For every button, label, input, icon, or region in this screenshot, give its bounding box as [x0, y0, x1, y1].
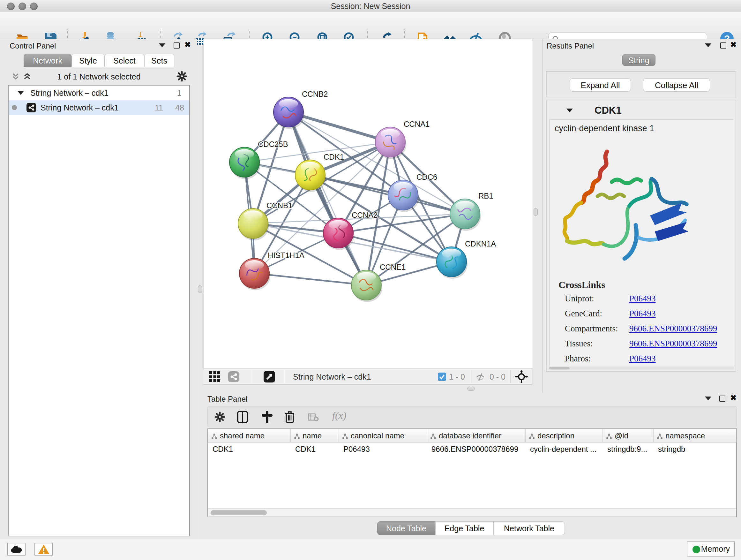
column-tree-icon — [342, 433, 348, 439]
crosslink-label: Pharos: — [565, 354, 591, 363]
tab-select[interactable]: Select — [105, 54, 144, 67]
selection-status: 1 of 1 Network selected — [8, 72, 190, 81]
column-header[interactable]: namespace — [654, 429, 737, 442]
birdseye-view-icon[interactable] — [264, 371, 275, 382]
network-node[interactable]: RB1 — [450, 192, 493, 231]
tab-style[interactable]: Style — [71, 54, 105, 67]
undock-panel-icon[interactable] — [719, 395, 725, 401]
crosslink-row: Compartments:9606.ENSP00000378699 — [565, 324, 731, 339]
network-row-selected[interactable]: String Network – cdk1 11 48 — [9, 100, 189, 115]
table-cell[interactable]: CDK1 — [208, 442, 291, 456]
tab-sets[interactable]: Sets — [144, 54, 174, 67]
cloud-icon — [10, 545, 23, 554]
node-label: CCNA1 — [404, 120, 429, 128]
crosslink-label: Compartments: — [565, 324, 618, 333]
warning-icon — [38, 544, 50, 555]
collapse-all-button[interactable]: Collapse All — [643, 78, 710, 91]
network-view-icon[interactable] — [228, 371, 239, 382]
selected-checkbox-icon[interactable] — [438, 373, 446, 381]
table-cell[interactable]: stringdb:9... — [603, 442, 654, 456]
main-toolbar: ? — [0, 12, 741, 39]
tab-network-table[interactable]: Network Table — [493, 521, 565, 535]
protein-expand-icon[interactable] — [566, 109, 573, 112]
crosslink-row: Uniprot:P06493 — [565, 294, 731, 309]
separator — [510, 370, 511, 383]
column-header[interactable]: name — [291, 429, 339, 442]
network-current-dot — [12, 105, 17, 110]
column-header[interactable]: shared name — [208, 429, 291, 442]
crosslink-label: Tissues: — [565, 339, 593, 348]
table-cell[interactable]: stringdb — [654, 442, 737, 456]
column-header-label: canonical name — [351, 431, 404, 440]
grid-view-icon[interactable] — [209, 371, 220, 382]
cloud-button[interactable] — [7, 543, 25, 556]
results-hscrollbar-thumb[interactable] — [549, 367, 569, 369]
table-hscrollbar-thumb[interactable] — [211, 510, 267, 515]
gear-icon[interactable] — [177, 71, 187, 82]
crosslinks-heading: CrossLinks — [558, 279, 605, 290]
column-tree-icon — [657, 433, 663, 439]
crosslink-link[interactable]: P06493 — [629, 354, 656, 364]
network-node[interactable]: HIST1H1A — [239, 251, 305, 290]
table-cell[interactable]: cyclin-dependent ... — [526, 442, 603, 456]
network-view-toolbar: String Network – cdk1 1 - 0 0 - 0 — [203, 368, 532, 385]
tab-string[interactable]: String — [622, 54, 656, 66]
add-column-icon[interactable] — [261, 411, 273, 423]
columns-icon[interactable] — [237, 411, 248, 423]
network-node[interactable]: CDC6 — [388, 173, 437, 212]
results-actions-box: Expand All Collapse All — [546, 71, 736, 98]
column-header[interactable]: database identifier — [427, 429, 526, 442]
crosslink-link[interactable]: P06493 — [629, 294, 656, 304]
close-panel-icon[interactable]: ✖ — [185, 42, 191, 48]
column-header[interactable]: description — [526, 429, 603, 442]
collection-expand-icon[interactable] — [17, 91, 24, 95]
table-cell[interactable]: CDK1 — [291, 442, 339, 456]
tab-node-table[interactable]: Node Table — [377, 521, 435, 535]
table-cell[interactable]: 9606.ENSP00000378699 — [427, 442, 526, 456]
undock-panel-icon[interactable] — [174, 43, 180, 49]
network-node[interactable]: CCNE1 — [351, 263, 406, 302]
control-panel: Control Panel ✖ Network Style Select Set… — [0, 39, 197, 539]
node-label: CDK1 — [324, 152, 344, 161]
crosslink-link[interactable]: 9606.ENSP00000378699 — [629, 339, 717, 349]
separator — [471, 370, 471, 383]
undock-panel-icon[interactable] — [720, 43, 726, 49]
network-edge[interactable] — [310, 175, 465, 214]
crosslink-link[interactable]: P06493 — [629, 309, 656, 319]
network-node[interactable]: CCNB2 — [273, 90, 328, 129]
table-cell[interactable]: P06493 — [339, 442, 427, 456]
close-panel-icon[interactable]: ✖ — [730, 42, 737, 48]
float-panel-icon[interactable] — [159, 44, 165, 47]
node-label: CCNB1 — [266, 201, 292, 210]
memory-button[interactable]: Memory — [687, 542, 735, 557]
results-hscrollbar[interactable] — [549, 367, 734, 370]
crosslink-row: Tissues:9606.ENSP00000378699 — [565, 339, 731, 354]
table-hscrollbar[interactable] — [208, 508, 736, 516]
table-panel: Table Panel ✖ f(x) shared namenamecanoni… — [203, 393, 741, 539]
network-selection-row: 1 of 1 Network selected — [8, 70, 190, 84]
close-panel-icon[interactable]: ✖ — [730, 395, 737, 401]
crosslink-label: Uniprot: — [565, 294, 594, 303]
column-header[interactable]: @id — [603, 429, 654, 442]
float-panel-icon[interactable] — [705, 396, 711, 400]
delete-icon[interactable] — [285, 411, 295, 423]
network-node[interactable]: CDK1 — [295, 152, 344, 192]
right-splitter-handle[interactable] — [534, 208, 538, 216]
float-panel-icon[interactable] — [705, 44, 711, 47]
network-node[interactable]: CCNA1 — [375, 120, 429, 159]
warnings-button[interactable] — [35, 543, 53, 556]
network-node[interactable]: CDKN1A — [436, 240, 496, 279]
tab-network[interactable]: Network — [23, 54, 71, 67]
fit-selected-crosshair-icon[interactable] — [515, 370, 528, 383]
crosslink-link[interactable]: 9606.ENSP00000378699 — [629, 324, 717, 334]
column-header[interactable]: canonical name — [339, 429, 427, 442]
expand-all-button[interactable]: Expand All — [569, 78, 631, 91]
network-collection-row[interactable]: String Network – cdk1 1 — [9, 85, 189, 100]
hidden-eye-icon[interactable] — [475, 372, 485, 382]
network-canvas[interactable]: CCNB2CCNA1CDC25BCDK1CDC6RB1CCNB1CCNA2CDK… — [204, 39, 533, 368]
delete-table-icon-disabled — [308, 414, 319, 422]
gear-icon[interactable] — [214, 412, 225, 422]
left-splitter-handle[interactable] — [198, 286, 202, 293]
bottom-splitter-handle[interactable] — [467, 387, 475, 391]
tab-edge-table[interactable]: Edge Table — [435, 521, 493, 535]
